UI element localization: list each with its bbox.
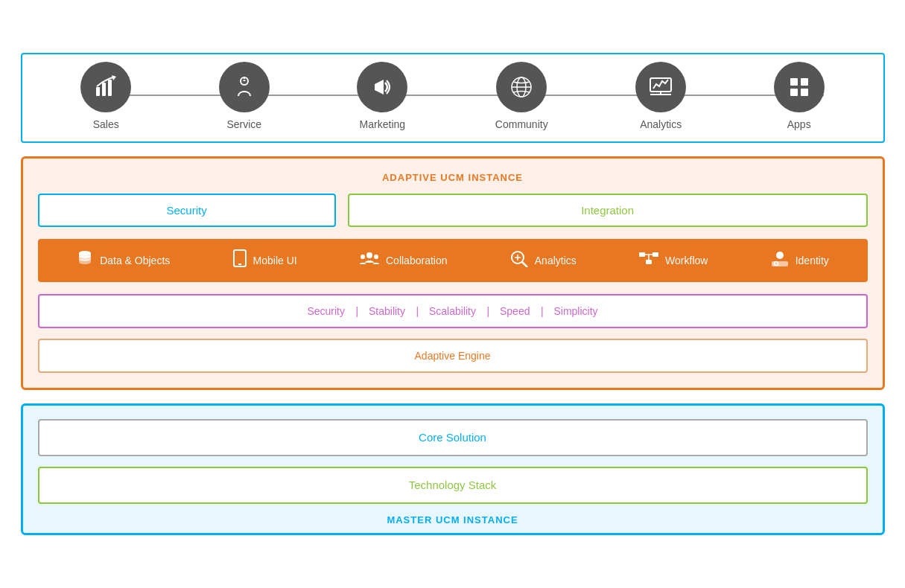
icon-item-sales: Sales <box>80 62 131 130</box>
security-integration-row: Security Integration <box>38 194 868 227</box>
sep1: | <box>355 305 361 317</box>
svg-rect-28 <box>652 252 658 257</box>
analytics-icon <box>635 62 686 112</box>
tech-stack-label: Technology Stack <box>409 479 497 491</box>
sales-icon <box>80 62 131 112</box>
cap-data-objects-label: Data & Objects <box>100 255 170 266</box>
integration-box: Integration <box>348 194 868 227</box>
cap-identity: Identity <box>770 249 829 272</box>
svg-point-21 <box>361 255 365 259</box>
tech-stack-box: Technology Stack <box>38 467 868 504</box>
sep3: | <box>486 305 492 317</box>
cap-identity-label: Identity <box>796 255 829 266</box>
icon-item-community: Community <box>495 62 548 130</box>
svg-rect-6 <box>375 84 378 90</box>
collaboration-icon <box>359 249 380 272</box>
apps-label: Apps <box>787 118 811 130</box>
security-box: Security <box>38 194 336 227</box>
sales-label: Sales <box>93 118 119 130</box>
svg-rect-15 <box>790 89 798 96</box>
svg-point-22 <box>374 255 378 259</box>
cap-mobile-ui-label: Mobile UI <box>253 255 297 266</box>
svg-point-20 <box>366 252 372 258</box>
cap-mobile-ui: Mobile UI <box>232 249 297 272</box>
analytics-label: Analytics <box>640 118 682 130</box>
svg-rect-2 <box>108 80 112 96</box>
service-icon <box>219 62 270 112</box>
icon-item-service: Service <box>219 62 270 130</box>
icon-item-analytics: Analytics <box>635 62 686 130</box>
master-ucm-title: MASTER UCM INSTANCE <box>38 514 868 533</box>
svg-point-32 <box>776 252 784 259</box>
marketing-icon <box>357 62 407 112</box>
capabilities-bar: Data & Objects Mobile UI <box>38 239 868 282</box>
svg-rect-27 <box>639 252 645 257</box>
svg-rect-1 <box>102 83 106 96</box>
mobile-ui-icon <box>232 249 247 272</box>
five-s-scalability: Scalability <box>429 305 476 317</box>
cap-workflow: Workflow <box>638 249 708 272</box>
cap-collaboration-label: Collaboration <box>386 255 448 266</box>
svg-rect-13 <box>790 78 798 86</box>
identity-icon <box>770 249 790 272</box>
service-label: Service <box>226 118 261 130</box>
icon-item-marketing: Marketing <box>357 62 407 130</box>
svg-line-24 <box>522 262 527 267</box>
adaptive-engine-row: Adaptive Engine <box>38 339 868 373</box>
svg-rect-29 <box>646 260 652 264</box>
apps-icon <box>774 62 825 112</box>
cap-analytics-label: Analytics <box>535 255 577 266</box>
svg-rect-0 <box>96 87 100 96</box>
workflow-icon <box>638 249 659 272</box>
marketing-label: Marketing <box>360 118 405 130</box>
core-solution-label: Core Solution <box>419 431 486 444</box>
five-s-speed: Speed <box>500 305 530 317</box>
community-label: Community <box>495 118 548 130</box>
community-icon <box>496 62 547 112</box>
adaptive-ucm-title: ADAPTIVE UCM INSTANCE <box>38 172 868 183</box>
master-ucm-section: Core Solution Technology Stack MASTER UC… <box>21 403 885 535</box>
svg-rect-16 <box>801 89 808 96</box>
main-container: Sales Service <box>21 38 885 550</box>
cap-collaboration: Collaboration <box>359 249 448 272</box>
icon-item-apps: Apps <box>774 62 825 130</box>
adaptive-engine-label: Adaptive Engine <box>415 350 491 362</box>
cap-analytics: Analytics <box>509 249 577 272</box>
cap-analytics-icon <box>509 249 529 272</box>
icons-section: Sales Service <box>21 53 885 143</box>
cap-data-objects: Data & Objects <box>76 249 170 272</box>
fives-row: Security | Stability | Scalability | Spe… <box>38 294 868 328</box>
adaptive-ucm-section: ADAPTIVE UCM INSTANCE Security Integrati… <box>21 156 885 390</box>
data-objects-icon <box>76 249 94 272</box>
five-s-simplicity: Simplicity <box>553 305 597 317</box>
svg-rect-14 <box>801 78 808 86</box>
core-solution-box: Core Solution <box>38 419 868 456</box>
sep2: | <box>416 305 422 317</box>
sep4: | <box>541 305 547 317</box>
five-s-stability: Stability <box>369 305 405 317</box>
cap-workflow-label: Workflow <box>665 255 708 266</box>
icons-connector-line <box>82 95 824 96</box>
five-s-security: Security <box>307 305 345 317</box>
